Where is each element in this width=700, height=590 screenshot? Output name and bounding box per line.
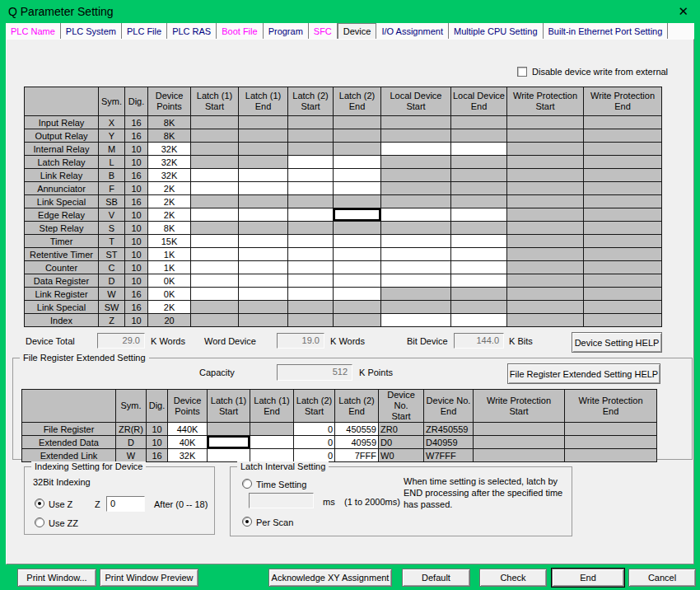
device-cell[interactable] — [239, 208, 288, 222]
tab-sfc[interactable]: SFC — [309, 23, 338, 39]
device-points-cell[interactable]: 40K — [168, 436, 208, 449]
device-cell[interactable] — [451, 208, 507, 222]
device-cell[interactable] — [288, 235, 334, 248]
device-points-cell[interactable]: 32K — [168, 449, 208, 462]
tab-plc-ras[interactable]: PLC RAS — [167, 23, 217, 39]
device-cell[interactable] — [334, 169, 381, 182]
device-cell[interactable] — [239, 235, 288, 248]
device-cell[interactable] — [381, 261, 451, 274]
device-cell[interactable] — [208, 449, 250, 462]
device-cell[interactable] — [288, 182, 334, 195]
device-cell[interactable] — [239, 288, 288, 301]
time-setting-radio[interactable] — [242, 479, 252, 489]
device-cell[interactable] — [451, 235, 507, 248]
device-cell[interactable] — [191, 182, 239, 195]
device-cell[interactable]: 7FFF — [335, 449, 379, 462]
tab-multiple-cpu-setting[interactable]: Multiple CPU Setting — [449, 23, 544, 39]
device-cell[interactable] — [191, 274, 239, 288]
tab-boot-file[interactable]: Boot File — [217, 23, 263, 39]
device-points-cell[interactable]: 0K — [148, 288, 191, 301]
device-cell[interactable] — [381, 274, 451, 288]
device-cell[interactable] — [239, 169, 288, 182]
device-cell[interactable]: 0 — [294, 449, 335, 462]
focused-cell[interactable] — [334, 208, 381, 222]
device-cell[interactable] — [239, 182, 288, 195]
device-cell[interactable] — [191, 288, 239, 301]
device-points-cell[interactable]: 1K — [148, 248, 191, 261]
device-points-cell[interactable]: 440K — [168, 423, 208, 436]
device-cell[interactable] — [381, 314, 451, 327]
cancel-button[interactable]: Cancel — [628, 569, 696, 587]
device-points-cell[interactable]: 32K — [148, 169, 191, 182]
device-cell[interactable] — [191, 169, 239, 182]
device-points-cell[interactable]: 15K — [148, 235, 191, 248]
use-z-radio[interactable] — [35, 499, 44, 508]
device-cell[interactable] — [191, 235, 239, 248]
device-cell[interactable] — [288, 208, 334, 222]
device-cell[interactable] — [250, 449, 294, 462]
device-cell[interactable]: 450559 — [335, 423, 379, 436]
disable-device-write-checkbox-row[interactable]: Disable device write from external — [517, 67, 668, 77]
device-cell[interactable]: 40959 — [335, 436, 379, 449]
device-cell[interactable] — [334, 156, 381, 169]
use-zz-radio[interactable] — [35, 517, 44, 527]
disable-device-write-checkbox[interactable] — [517, 67, 527, 77]
device-cell[interactable] — [239, 274, 288, 288]
device-points-cell[interactable]: 1K — [148, 261, 191, 274]
tab-built-in-ethernet-port-setting[interactable]: Built-in Ethernet Port Setting — [544, 23, 669, 39]
default-button[interactable]: Default — [402, 569, 470, 587]
device-points-cell[interactable]: 2K — [148, 195, 191, 208]
device-points-cell[interactable]: 8K — [148, 222, 191, 235]
device-cell[interactable] — [381, 235, 451, 248]
device-cell[interactable] — [191, 248, 239, 261]
device-cell[interactable] — [288, 156, 334, 169]
device-setting-help-button[interactable]: Device Setting HELP — [572, 332, 662, 353]
device-cell[interactable] — [191, 261, 239, 274]
tab-i-o-assignment[interactable]: I/O Assignment — [376, 23, 449, 39]
device-points-cell[interactable]: 32K — [148, 143, 191, 156]
device-points-cell[interactable]: 2K — [148, 208, 191, 222]
tab-program[interactable]: Program — [264, 23, 309, 39]
device-cell[interactable] — [451, 143, 507, 156]
tab-device[interactable]: Device — [338, 23, 377, 39]
file-register-help-button[interactable]: File Register Extended Setting HELP — [507, 363, 660, 384]
focused-cell[interactable] — [208, 436, 250, 449]
device-cell[interactable] — [451, 274, 507, 288]
device-cell[interactable] — [288, 274, 334, 288]
end-button[interactable]: End — [552, 569, 624, 587]
device-cell[interactable] — [334, 261, 381, 274]
device-cell[interactable]: 0 — [294, 436, 335, 449]
acknowledge-xy-assignment-button[interactable]: Acknowledge XY Assignment — [268, 569, 392, 587]
device-points-cell[interactable]: 2K — [148, 182, 191, 195]
device-cell[interactable] — [334, 288, 381, 301]
print-window-preview-button[interactable]: Print Window Preview — [100, 569, 198, 587]
check-button[interactable]: Check — [479, 569, 547, 587]
per-scan-radio[interactable] — [242, 517, 252, 527]
device-cell[interactable]: 0 — [294, 423, 335, 436]
device-cell[interactable] — [288, 169, 334, 182]
device-cell[interactable] — [381, 208, 451, 222]
device-cell[interactable] — [288, 261, 334, 274]
close-icon[interactable]: ✕ — [674, 5, 692, 17]
device-cell[interactable] — [334, 248, 381, 261]
device-cell[interactable] — [451, 248, 507, 261]
device-points-cell[interactable]: 0K — [148, 274, 191, 288]
device-cell[interactable] — [250, 436, 294, 449]
device-cell[interactable] — [334, 182, 381, 195]
device-cell[interactable] — [451, 314, 507, 327]
device-cell[interactable] — [451, 261, 507, 274]
device-cell[interactable] — [239, 261, 288, 274]
device-cell[interactable] — [288, 288, 334, 301]
device-cell[interactable] — [334, 235, 381, 248]
device-points-cell[interactable]: 2K — [148, 301, 191, 314]
device-cell[interactable] — [381, 143, 451, 156]
device-cell[interactable] — [191, 208, 239, 222]
device-cell[interactable] — [334, 274, 381, 288]
tab-plc-system[interactable]: PLC System — [61, 23, 122, 39]
print-window-button[interactable]: Print Window... — [17, 569, 96, 587]
tab-plc-file[interactable]: PLC File — [122, 23, 167, 39]
device-cell[interactable] — [239, 248, 288, 261]
tab-plc-name[interactable]: PLC Name — [6, 23, 61, 39]
z-value-input[interactable]: 0 — [106, 496, 145, 512]
device-cell[interactable] — [288, 248, 334, 261]
